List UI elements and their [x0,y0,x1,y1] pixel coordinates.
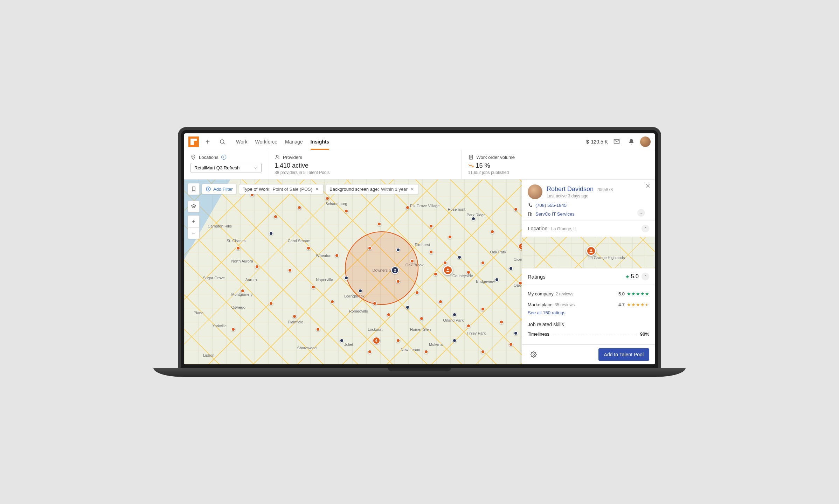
provider-dot[interactable] [373,301,377,306]
provider-dot[interactable] [405,305,410,309]
bookmark-button[interactable] [188,183,200,195]
svg-rect-21 [531,214,532,216]
provider-dot[interactable] [344,276,348,280]
provider-dot[interactable] [330,300,334,304]
clipboard-icon [468,154,474,160]
provider-dot[interactable] [429,250,433,254]
notifications-button[interactable] [625,136,637,148]
zoom-in-button[interactable] [188,215,200,227]
provider-company-row[interactable]: ServCo IT Services ⌄ [528,211,649,217]
add-filter-button[interactable]: Add Filter [202,184,237,194]
provider-dot[interactable] [514,331,518,335]
provider-dot[interactable] [241,289,245,293]
locations-label: Locations [199,155,219,160]
provider-cluster[interactable]: 4 [373,337,380,344]
volume-sub: 11,652 jobs published [468,170,649,175]
provider-dot[interactable] [471,217,476,221]
close-panel-button[interactable] [645,183,651,189]
chip-close[interactable]: ✕ [410,187,415,192]
messages-button[interactable] [611,136,623,148]
provider-dot[interactable] [490,230,494,234]
plus-circle-icon [206,186,211,192]
skills-section: Job related skills Timeliness 98% [522,319,655,344]
collapse-ratings-button[interactable]: ⌃ [642,273,649,280]
chevron-down-icon [254,166,258,170]
ratings-list: My company 2 reviews 5.0 ★★★★★ Marketpla… [522,285,655,319]
ratings-section-header: Ratings ★ 5.0 ⌃ [522,268,655,285]
rating-label: My company [528,291,554,296]
tab-manage[interactable]: Manage [285,134,303,149]
provider-dot[interactable] [481,307,485,311]
selected-provider-pin[interactable] [443,265,453,275]
provider-dot[interactable] [396,279,400,284]
provider-phone-row[interactable]: (708) 555-1845 [528,203,649,208]
chip-label: Background screen age: [330,187,379,192]
add-to-talent-pool-button[interactable]: Add to Talent Pool [598,348,649,361]
rating-score: 4.7 [618,302,625,307]
provider-dot[interactable] [415,290,419,295]
provider-dot[interactable] [325,196,330,201]
provider-dot[interactable] [438,300,443,304]
skill-row-timeliness: Timeliness 98% [528,329,649,339]
location-select[interactable]: RetailMart Q3 Refresh [190,163,262,173]
provider-dot[interactable] [396,338,400,343]
volume-percent: 15 % [476,162,490,169]
panel-header: Robert Davidson 2055873 Last active 3 da… [522,180,655,220]
tab-workforce[interactable]: Workforce [255,134,277,149]
provider-dot[interactable] [509,342,513,346]
svg-point-23 [533,354,535,356]
provider-dot[interactable] [514,207,518,211]
app-logo [188,136,199,147]
filter-bar: Add Filter Type of Work: Point of Sale (… [188,183,419,195]
provider-dot[interactable] [457,255,462,259]
provider-avatar [528,184,542,199]
tab-insights[interactable]: Insights [311,134,330,149]
provider-dot[interactable] [420,316,424,321]
provider-dot[interactable] [368,350,372,354]
user-avatar[interactable] [640,136,651,147]
search-button[interactable] [216,136,228,148]
info-icon[interactable]: i [221,155,226,160]
see-all-ratings-link[interactable]: See all 150 ratings [528,310,649,315]
settings-button[interactable] [528,349,540,360]
provider-dot[interactable] [311,285,316,289]
location-value: La Grange, IL [551,226,577,231]
provider-dot[interactable] [387,313,391,317]
skills-title: Job related skills [528,322,649,327]
provider-dot[interactable] [269,231,273,236]
provider-dot[interactable] [481,261,485,265]
provider-dot[interactable] [429,224,433,228]
overall-rating: ★ 5.0 [625,273,639,280]
add-button[interactable] [202,136,214,148]
layers-button[interactable] [188,201,200,212]
rating-count: 35 reviews [555,302,575,307]
provider-dot[interactable] [448,235,452,239]
provider-name[interactable]: Robert Davidson [547,186,594,192]
providers-label: Providers [283,155,302,160]
chip-label: Type of Work: [243,187,271,192]
account-balance[interactable]: $ 120.5 K [586,139,608,145]
svg-rect-20 [528,212,531,216]
provider-mini-map[interactable]: La Grange Highlands [522,237,655,268]
tab-work[interactable]: Work [236,134,247,149]
expand-contact-button[interactable]: ⌄ [637,209,645,217]
pin-icon [190,154,196,160]
provider-dot[interactable] [340,338,344,343]
provider-dot[interactable] [297,205,301,210]
svg-point-2 [220,140,224,144]
skill-value: 98% [640,331,649,337]
provider-dot[interactable] [405,205,410,210]
chip-close[interactable]: ✕ [314,187,320,192]
filter-chip-type-of-work[interactable]: Type of Work: Point of Sale (POS) ✕ [239,184,324,194]
provider-dot[interactable] [255,265,259,269]
provider-dot[interactable] [236,246,240,250]
filter-chip-background-screen[interactable]: Background screen age: Within 1 year ✕ [326,184,419,194]
collapse-location-button[interactable]: ⌃ [642,225,649,232]
panel-footer: Add to Talent Pool [522,344,655,364]
provider-dot[interactable] [358,289,362,293]
providers-count: 1,410 active [275,162,455,169]
provider-dot[interactable] [481,350,485,354]
svg-point-4 [193,156,194,157]
provider-dot[interactable] [495,278,499,282]
zoom-out-button[interactable] [188,227,200,239]
